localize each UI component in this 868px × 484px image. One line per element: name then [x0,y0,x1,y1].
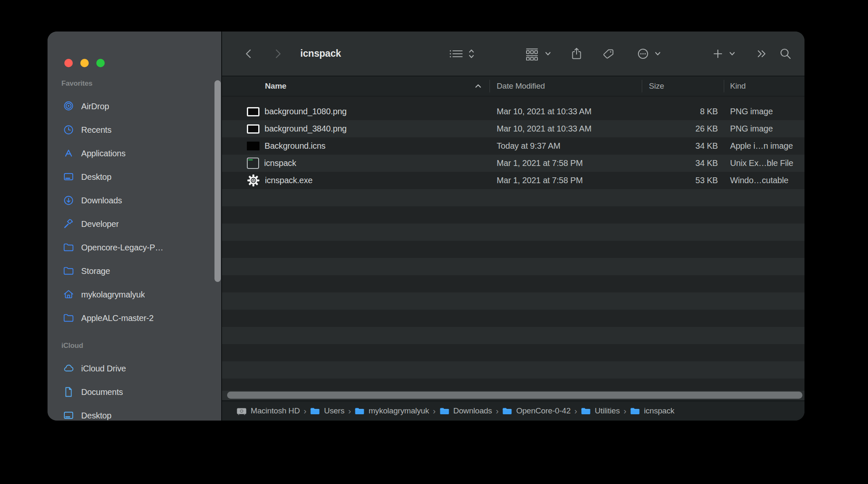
table-row[interactable]: icnspack.exe Mar 1, 2021 at 7:58 PM 53 K… [222,172,804,189]
horizontal-scrollbar[interactable] [227,392,802,399]
sidebar-item-home[interactable]: mykolagrymalyuk [48,283,222,306]
tag-button[interactable] [601,32,615,76]
breadcrumb-item-downloads[interactable]: Downloads [439,406,492,416]
breadcrumb-item-users[interactable]: Users [310,406,344,416]
sidebar-item-opencore-legacy[interactable]: Opencore-Legacy-P… [48,236,222,259]
folder-icon [310,407,320,415]
sidebar-section-icloud: iCloud [48,335,222,357]
sidebar-scrollbar[interactable] [214,80,221,282]
file-size: 53 KB [642,172,718,189]
group-by-button[interactable] [524,32,551,76]
hard-drive-icon [236,407,247,416]
gear-icon [247,174,260,187]
new-folder-button[interactable] [712,32,736,76]
column-header-size[interactable]: Size [649,76,664,96]
zoom-window-button[interactable] [96,59,105,67]
sidebar-item-airdrop[interactable]: AirDrop [48,95,222,118]
list-view-icon [448,47,464,60]
sidebar-section-favorites: Favorites [48,73,222,95]
sidebar: Favorites AirDrop Recents [48,32,222,421]
sidebar-item-icloud-drive[interactable]: iCloud Drive [48,357,222,380]
breadcrumb-item-utilities[interactable]: Utilities [581,406,619,416]
column-header-name[interactable]: Name [265,76,286,96]
share-icon [570,47,583,61]
sidebar-item-downloads[interactable]: Downloads [48,189,222,212]
sidebar-item-label: Downloads [81,196,122,205]
sidebar-item-applications[interactable]: Applications [48,142,222,165]
sidebar-item-label: Documents [81,387,123,397]
breadcrumb-separator: › [304,406,306,416]
file-name: background_1080.png [265,107,347,116]
file-name: Background.icns [265,141,326,151]
sidebar-item-desktop[interactable]: Desktop [48,165,222,189]
screen: { "window": {"title": "icnspack"}, "tool… [0,0,868,484]
column-divider[interactable] [490,80,490,92]
folder-icon [439,407,450,415]
sidebar-item-label: Recents [81,125,111,135]
chevron-down-icon [729,51,736,56]
share-button[interactable] [570,32,583,76]
breadcrumb-separator: › [348,406,351,416]
breadcrumb-separator: › [574,406,577,416]
breadcrumb-item-user-home[interactable]: mykolagrymalyuk [355,406,429,416]
column-divider[interactable] [642,80,642,92]
sidebar-item-documents[interactable]: Documents [48,380,222,404]
forward-button[interactable] [273,32,283,76]
view-options-button[interactable] [448,32,475,76]
sidebar-item-label: Storage [81,266,110,276]
double-chevron-icon [756,48,768,60]
sidebar-item-storage[interactable]: Storage [48,259,222,283]
tag-icon [601,47,615,60]
sidebar-item-label: Opencore-Legacy-P… [81,243,163,253]
breadcrumb-item-opencore[interactable]: OpenCore-0-42 [502,406,570,416]
search-button[interactable] [778,32,793,76]
breadcrumb-label: icnspack [644,406,674,416]
file-kind: Windo…cutable [730,172,789,189]
breadcrumb-separator: › [496,406,498,416]
desktop-icon [62,171,75,183]
clock-icon [62,124,75,136]
breadcrumb-label: Macintosh HD [251,406,300,416]
sidebar-item-label: mykolagrymalyuk [81,290,145,300]
breadcrumb-item-macintosh-hd[interactable]: Macintosh HD [236,406,300,416]
sidebar-content-divider [221,32,222,421]
file-size: 26 KB [642,120,718,137]
more-actions-button[interactable] [636,32,661,76]
folder-icon [62,265,75,277]
file-size: 34 KB [642,137,718,155]
group-by-icon [524,47,540,60]
file-kind: PNG image [730,103,773,120]
sidebar-item-label: Desktop [81,172,111,182]
png-image-icon [247,124,259,134]
back-button[interactable] [243,32,254,76]
sidebar-item-recents[interactable]: Recents [48,118,222,142]
column-divider[interactable] [724,80,724,92]
app-store-icon [62,147,75,160]
table-row[interactable]: Background.icns Today at 9:37 AM 34 KB A… [222,137,804,155]
sidebar-item-applealc[interactable]: AppleALC-master-2 [48,306,222,330]
sidebar-item-developer[interactable]: Developer [48,212,222,236]
breadcrumb-label: Downloads [453,406,492,416]
sidebar-item-desktop-icloud[interactable]: Desktop [48,404,222,421]
toolbar-overflow-button[interactable] [756,32,768,76]
sidebar-item-label: Developer [81,219,119,229]
breadcrumb-item-icnspack[interactable]: icnspack [630,406,674,416]
sidebar-item-label: AirDrop [81,102,109,111]
column-header-kind[interactable]: Kind [730,76,746,96]
column-header-date-modified[interactable]: Date Modified [497,76,545,96]
file-size: 34 KB [642,155,718,172]
sidebar-item-label: AppleALC-master-2 [81,313,153,323]
close-window-button[interactable] [64,59,73,67]
breadcrumb-label: Utilities [595,406,619,416]
file-name: icnspack [264,158,296,168]
sidebar-item-label: Desktop [81,411,111,421]
file-name: icnspack.exe [265,176,312,185]
table-row[interactable]: icnspack Mar 1, 2021 at 7:58 PM 34 KB Un… [222,155,804,172]
minimize-window-button[interactable] [80,59,89,67]
download-circle-icon [62,194,75,207]
table-row[interactable]: background_3840.png Mar 10, 2021 at 10:3… [222,120,804,137]
search-icon [778,47,793,61]
toolbar: icnspack [222,32,804,76]
file-date-modified: Mar 1, 2021 at 7:58 PM [497,172,583,189]
table-row[interactable]: background_1080.png Mar 10, 2021 at 10:3… [222,103,804,120]
